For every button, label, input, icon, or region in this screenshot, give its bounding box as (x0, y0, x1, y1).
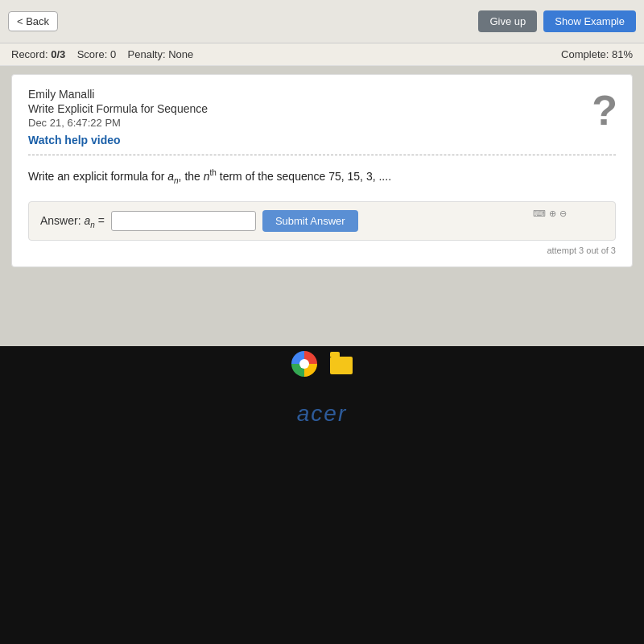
date-time: Dec 21, 6:47:22 PM (28, 117, 616, 129)
plus-circle: ⊕ (549, 208, 556, 219)
penalty-value: None (168, 48, 193, 60)
chrome-icon[interactable] (291, 351, 317, 377)
taskbar-icons (291, 351, 353, 377)
answer-input[interactable] (111, 211, 256, 231)
assignment-title: Write Explicit Formula for Sequence (28, 102, 616, 115)
stats-bar: Record: 0/3 Score: 0 Penalty: None Compl… (0, 43, 644, 66)
divider (28, 155, 616, 155)
score-value: 0 (110, 48, 116, 60)
keyboard-symbol: ⌨ (533, 208, 546, 219)
record-value: 0/3 (51, 48, 65, 60)
complete-label: Complete: (561, 48, 609, 60)
give-up-button[interactable]: Give up (478, 10, 537, 32)
laptop-body: acer (0, 346, 644, 644)
answer-label: Answer: an = (40, 214, 105, 229)
show-example-button[interactable]: Show Example (543, 10, 636, 32)
minus-circle: ⊖ (559, 208, 567, 219)
stats-right: Complete: 81% (561, 48, 633, 60)
acer-logo: acer (297, 401, 347, 427)
stats-left: Record: 0/3 Score: 0 Penalty: None (11, 48, 193, 60)
watch-help-link[interactable]: Watch help video (28, 134, 616, 147)
answer-row: Answer: an = Submit Answer ⌨ ⊕ ⊖ (28, 201, 616, 241)
problem-text: Write an explicit formula for an, the nt… (28, 167, 616, 187)
complete-value: 81% (612, 48, 633, 60)
student-name: Emily Manalli (28, 88, 616, 101)
record-label: Record: (11, 48, 48, 60)
a-n-symbol: an (167, 170, 178, 183)
browser-area: < Back Give up Show Example Record: 0/3 … (0, 0, 644, 346)
score-label: Score: (77, 48, 108, 60)
attempt-text: attempt 3 out of 3 (28, 246, 616, 255)
back-button[interactable]: < Back (8, 11, 58, 31)
folder-icon[interactable] (330, 357, 353, 374)
question-mark-icon: ? (592, 86, 617, 134)
top-right-buttons: Give up Show Example (478, 10, 636, 32)
top-bar: < Back Give up Show Example (0, 0, 644, 43)
content-card: ? Emily Manalli Write Explicit Formula f… (11, 74, 633, 267)
penalty-label: Penalty: (128, 48, 166, 60)
submit-button[interactable]: Submit Answer (262, 210, 358, 232)
keyboard-icon: ⌨ ⊕ ⊖ (533, 208, 567, 219)
answer-left: Answer: an = Submit Answer (40, 210, 358, 232)
